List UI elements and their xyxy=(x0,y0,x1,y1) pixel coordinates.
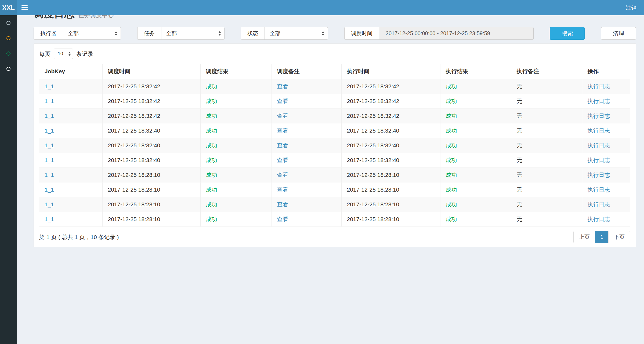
execution-log-link[interactable]: 执行日志 xyxy=(588,127,610,134)
executor-filter-label: 执行器 xyxy=(34,27,63,39)
handle-result-cell: 成功 xyxy=(440,94,511,109)
action-cell: 执行日志 xyxy=(582,168,630,182)
circle-outline-icon xyxy=(6,52,10,56)
execution-log-link[interactable]: 执行日志 xyxy=(588,113,610,119)
dispatch-log-table: JobKey 调度时间 调度结果 调度备注 执行时间 执行结果 执行备注 操作 … xyxy=(39,64,630,227)
trigger-remark-cell: 查看 xyxy=(272,212,341,227)
circle-outline-icon xyxy=(6,36,10,40)
execution-log-link[interactable]: 执行日志 xyxy=(588,216,610,222)
handle-remark-cell: 无 xyxy=(511,197,582,212)
next-page-button[interactable]: 下页 xyxy=(608,231,630,243)
executor-select[interactable]: 全部 xyxy=(63,27,121,39)
trigger-remark-link[interactable]: 查看 xyxy=(277,186,288,193)
sidebar-menu-item[interactable] xyxy=(0,46,17,61)
sidebar-menu-item[interactable] xyxy=(0,61,17,76)
jobkey-link[interactable]: 1_1 xyxy=(45,186,54,193)
trigger-remark-link[interactable]: 查看 xyxy=(277,83,288,89)
trigger-remark-link[interactable]: 查看 xyxy=(277,157,288,163)
jobkey-link[interactable]: 1_1 xyxy=(45,157,54,163)
table-row: 1_1 2017-12-25 18:32:40 成功 查看 2017-12-25… xyxy=(39,123,630,138)
handle-result-cell: 成功 xyxy=(440,212,511,227)
table-row: 1_1 2017-12-25 18:32:40 成功 查看 2017-12-25… xyxy=(39,153,630,168)
handle-result-cell: 成功 xyxy=(440,79,511,94)
trigger-remark-cell: 查看 xyxy=(272,182,341,197)
handle-time-cell: 2017-12-25 18:28:10 xyxy=(341,212,440,227)
trigger-time-filter-label: 调度时间 xyxy=(345,27,379,39)
execution-log-link[interactable]: 执行日志 xyxy=(588,83,610,89)
logout-link[interactable]: 注销 xyxy=(626,4,636,11)
jobkey-link[interactable]: 1_1 xyxy=(45,113,54,119)
execution-log-link[interactable]: 执行日志 xyxy=(588,172,610,178)
trigger-result-cell: 成功 xyxy=(200,182,272,197)
trigger-time-range-input[interactable] xyxy=(379,27,533,39)
current-page-button[interactable]: 1 xyxy=(595,231,609,243)
execution-log-link[interactable]: 执行日志 xyxy=(588,142,610,148)
trigger-remark-cell: 查看 xyxy=(272,109,341,123)
trigger-result-cell: 成功 xyxy=(200,109,272,123)
table-header-cell: 调度备注 xyxy=(272,64,341,79)
trigger-result-cell: 成功 xyxy=(200,168,272,182)
trigger-time-cell: 2017-12-25 18:28:10 xyxy=(102,182,200,197)
trigger-remark-link[interactable]: 查看 xyxy=(277,127,288,134)
trigger-result-text: 成功 xyxy=(206,172,217,178)
execution-log-link[interactable]: 执行日志 xyxy=(588,201,610,207)
handle-remark-cell: 无 xyxy=(511,182,582,197)
jobkey-link[interactable]: 1_1 xyxy=(45,142,54,148)
handle-remark-cell: 无 xyxy=(511,79,582,94)
pagination: 上页 1 下页 xyxy=(573,231,630,243)
jobkey-link[interactable]: 1_1 xyxy=(45,83,54,89)
table-header-cell: 调度时间 xyxy=(102,64,200,79)
main-content: 调度日志 任务调度中心 执行器 全部 任务 全部 状态 全部 调度时 xyxy=(17,0,644,247)
search-button[interactable]: 搜索 xyxy=(550,27,585,40)
trigger-remark-link[interactable]: 查看 xyxy=(277,113,288,119)
jobkey-cell: 1_1 xyxy=(39,168,102,182)
trigger-remark-link[interactable]: 查看 xyxy=(277,201,288,207)
hamburger-menu-icon[interactable] xyxy=(17,0,32,15)
page-size-select[interactable]: 10 xyxy=(54,49,73,59)
sidebar xyxy=(0,15,17,344)
jobkey-link[interactable]: 1_1 xyxy=(45,172,54,178)
execution-log-link[interactable]: 执行日志 xyxy=(588,186,610,193)
jobkey-link[interactable]: 1_1 xyxy=(45,127,54,134)
job-select[interactable]: 全部 xyxy=(161,27,224,39)
table-row: 1_1 2017-12-25 18:28:10 成功 查看 2017-12-25… xyxy=(39,212,630,227)
trigger-result-cell: 成功 xyxy=(200,79,272,94)
jobkey-cell: 1_1 xyxy=(39,109,102,123)
trigger-remark-cell: 查看 xyxy=(272,79,341,94)
execution-log-link[interactable]: 执行日志 xyxy=(588,98,610,104)
sidebar-menu-item[interactable] xyxy=(0,31,17,46)
executor-filter-group: 执行器 全部 xyxy=(34,27,121,40)
jobkey-link[interactable]: 1_1 xyxy=(45,201,54,207)
handle-time-cell: 2017-12-25 18:28:10 xyxy=(341,182,440,197)
app-logo[interactable]: XXL xyxy=(0,0,17,15)
pagination-summary: 第 1 页 ( 总共 1 页，10 条记录 ) xyxy=(39,233,119,241)
execution-log-link[interactable]: 执行日志 xyxy=(588,157,610,163)
table-row: 1_1 2017-12-25 18:32:42 成功 查看 2017-12-25… xyxy=(39,94,630,109)
action-cell: 执行日志 xyxy=(582,94,630,109)
trigger-remark-link[interactable]: 查看 xyxy=(277,216,288,222)
handle-time-cell: 2017-12-25 18:32:40 xyxy=(341,123,440,138)
jobkey-link[interactable]: 1_1 xyxy=(45,98,54,104)
status-select[interactable]: 全部 xyxy=(265,27,328,39)
trigger-remark-cell: 查看 xyxy=(272,197,341,212)
handle-time-cell: 2017-12-25 18:32:42 xyxy=(341,79,440,94)
trigger-remark-link[interactable]: 查看 xyxy=(277,172,288,178)
sidebar-menu-item[interactable] xyxy=(0,15,17,31)
handle-result-cell: 成功 xyxy=(440,123,511,138)
clear-button[interactable]: 清理 xyxy=(601,27,636,40)
prev-page-button[interactable]: 上页 xyxy=(573,231,595,243)
handle-result-text: 成功 xyxy=(446,201,457,207)
jobkey-link[interactable]: 1_1 xyxy=(45,216,54,222)
table-header-cell: 操作 xyxy=(582,64,630,79)
handle-result-text: 成功 xyxy=(446,127,457,134)
handle-result-cell: 成功 xyxy=(440,182,511,197)
table-row: 1_1 2017-12-25 18:32:42 成功 查看 2017-12-25… xyxy=(39,109,630,123)
trigger-remark-link[interactable]: 查看 xyxy=(277,98,288,104)
trigger-remark-link[interactable]: 查看 xyxy=(277,142,288,148)
table-row: 1_1 2017-12-25 18:32:42 成功 查看 2017-12-25… xyxy=(39,79,630,94)
jobkey-cell: 1_1 xyxy=(39,197,102,212)
trigger-time-cell: 2017-12-25 18:28:10 xyxy=(102,212,200,227)
trigger-result-cell: 成功 xyxy=(200,212,272,227)
handle-result-text: 成功 xyxy=(446,186,457,193)
table-header-cell: JobKey xyxy=(39,64,102,79)
